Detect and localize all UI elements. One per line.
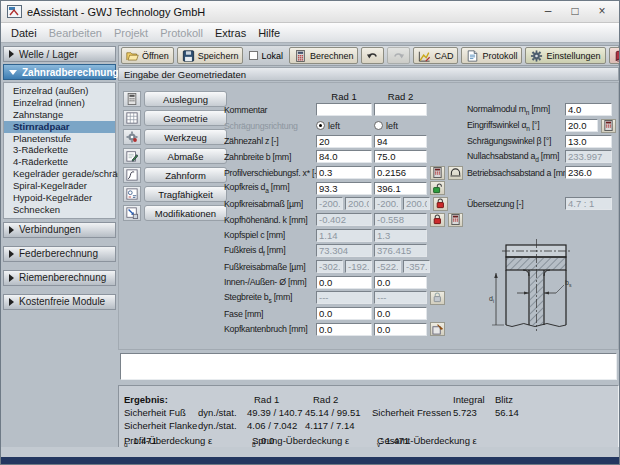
menu-extras[interactable]: Extras — [209, 25, 252, 41]
sidebar-item-schnecken[interactable]: Schnecken — [4, 204, 115, 216]
sidebar-item-list: Einzelrad (außen) Einzelrad (innen) Zahn… — [3, 82, 116, 219]
auslegung-calculator-icon[interactable] — [123, 91, 141, 107]
pair-data-form: Normalmodul mn [mm] Eingriffswinkel αn [… — [467, 91, 619, 212]
chevron-right-icon — [9, 50, 14, 58]
sidebar-item-hypoid-kegelraeder[interactable]: Hypoid-Kegelräder — [4, 192, 115, 204]
profile-contact-ratio: Profil-Überdeckung εα: 1.471 — [124, 435, 128, 448]
kopfkreis-rad1-input[interactable] — [316, 182, 372, 195]
kopfkantenbruch-rad1-input[interactable] — [316, 323, 372, 336]
sidebar-item-3-raederkette[interactable]: 3-Räderkette — [4, 144, 115, 156]
menu-bar: Datei Bearbeiten Projekt Protokoll Extra… — [1, 23, 619, 43]
sidebar-group-federberechnung[interactable]: Federberechnung — [3, 246, 116, 262]
zaehnezahl-rad2-input[interactable] — [374, 135, 427, 148]
lock-red-icon-button[interactable] — [433, 197, 448, 211]
results-col-rad2: Rad 2 — [313, 394, 338, 405]
close-button[interactable]: × — [591, 4, 613, 20]
help-button[interactable]: Hilfe — [609, 47, 620, 64]
werkzeug-gear-icon[interactable] — [123, 129, 141, 145]
sidebar-group-welle-lager[interactable]: Welle / Lager — [3, 46, 116, 62]
betriebsachsabstand-input[interactable] — [565, 166, 612, 179]
modifikationen-button[interactable]: Modifikationen — [144, 205, 227, 221]
fusskreisabmass-rad1-lower-input — [316, 260, 343, 273]
auslegung-button[interactable]: Auslegung — [144, 91, 227, 107]
tragfaehigkeit-button[interactable]: Tragfähigkeit — [144, 186, 227, 202]
rad2-direction-radio[interactable]: left — [374, 121, 427, 131]
maximize-button[interactable]: □ — [564, 4, 586, 20]
geometry-form-panel: Auslegung Geometrie Werkzeug — [118, 82, 619, 350]
calculate-button[interactable]: Berechnen — [289, 47, 359, 64]
kopfhoehenaend-rad1-input — [316, 213, 372, 226]
fase-rad2-input[interactable] — [374, 307, 427, 320]
sidebar-item-kegelraeder[interactable]: Kegelräder gerade/schräg — [4, 168, 115, 180]
abmasse-pencil-icon[interactable] — [123, 148, 141, 164]
fusskreisabmass-rad1-upper-input — [345, 260, 372, 273]
innendurchmesser-rad1-input[interactable] — [316, 276, 372, 289]
profilverschiebung-rad2-input[interactable] — [374, 166, 427, 179]
calculator-icon-button[interactable] — [430, 166, 445, 180]
schraegungswinkel-input[interactable] — [565, 135, 612, 148]
field-label: Fußkreisabmaße [µm] — [224, 262, 316, 272]
chevron-right-icon — [9, 250, 14, 258]
modifikationen-arrow-sheet-icon[interactable] — [123, 205, 141, 221]
fase-rad1-input[interactable] — [316, 307, 372, 320]
tragfaehigkeit-sigma-icon[interactable] — [123, 186, 141, 202]
tooth-profile-icon-button[interactable] — [448, 166, 463, 180]
settings-button[interactable]: Einstellungen — [525, 47, 605, 64]
abmasse-button[interactable]: Abmaße — [144, 148, 227, 164]
sidebar-item-spiral-kegelraeder[interactable]: Spiral-Kegelräder — [4, 180, 115, 192]
sidebar-group-zahnradberechnung[interactable]: Zahnradberechnung — [3, 64, 116, 80]
kopfkantenbruch-rad2-input[interactable] — [374, 323, 427, 336]
sidebar-item-einzelrad-aussen[interactable]: Einzelrad (außen) — [4, 85, 115, 97]
open-icon — [126, 50, 139, 62]
safety-root-rad1-value: 49.39 / 140.7 — [247, 407, 302, 418]
unlock-green-icon-button[interactable] — [430, 181, 445, 195]
open-button[interactable]: Öffnen — [121, 47, 174, 64]
undo-button[interactable] — [361, 47, 384, 64]
gear-cross-section-diagram: di bs — [488, 235, 600, 335]
menu-datei[interactable]: Datei — [5, 25, 43, 41]
safety-root-label: Sicherheit Fuß — [124, 407, 186, 418]
werkzeug-button[interactable]: Werkzeug — [144, 129, 227, 145]
kommentar-rad2-input[interactable] — [374, 103, 427, 116]
rad1-direction-radio[interactable]: left — [316, 121, 372, 131]
lock-gray-icon-button[interactable] — [430, 291, 445, 305]
cad-button[interactable]: CAD — [413, 47, 458, 64]
innendurchmesser-rad2-input[interactable] — [374, 276, 427, 289]
zahnbreite-rad1-input[interactable] — [316, 150, 372, 163]
calculator-icon-button[interactable] — [448, 213, 463, 227]
kommentar-rad1-input[interactable] — [316, 103, 372, 116]
protocol-button[interactable]: Protokoll — [461, 47, 522, 64]
sidebar-item-planetenstufe[interactable]: Planetenstufe — [4, 133, 115, 145]
row-kopfspiel: Kopfspiel c [mm] — [224, 227, 472, 243]
sidebar-item-stirnradpaar[interactable]: Stirnradpaar — [4, 121, 115, 133]
minimize-button[interactable]: – — [537, 4, 559, 20]
menu-hilfe[interactable]: Hilfe — [252, 25, 286, 41]
kopfkreis-rad2-input[interactable] — [374, 182, 427, 195]
eingriffswinkel-input[interactable] — [565, 119, 598, 132]
zahnbreite-rad2-input[interactable] — [374, 150, 427, 163]
chamfer-icon-button[interactable] — [430, 322, 445, 336]
save-button[interactable]: Speichern — [177, 47, 244, 64]
zahnform-curve-icon[interactable] — [123, 167, 141, 183]
sidebar-item-4-raederkette[interactable]: 4-Räderkette — [4, 156, 115, 168]
calculator-icon-button[interactable] — [601, 119, 616, 133]
local-checkbox[interactable]: Lokal — [246, 51, 286, 61]
fusskreisabmass-rad2-lower-input — [374, 260, 401, 273]
zahnform-button[interactable]: Zahnform — [144, 167, 227, 183]
lock-red-icon-button[interactable] — [430, 213, 445, 227]
normalmodul-input[interactable] — [565, 103, 612, 116]
sidebar-item-zahnstange[interactable]: Zahnstange — [4, 109, 115, 121]
geometrie-grid-icon[interactable] — [123, 110, 141, 126]
nullachsabstand-input — [565, 150, 612, 163]
zaehnezahl-rad1-input[interactable] — [316, 135, 372, 148]
sidebar-group-kostenfreie-module[interactable]: Kostenfreie Module — [3, 294, 116, 310]
geometrie-button[interactable]: Geometrie — [144, 110, 227, 126]
sidebar-item-einzelrad-innen[interactable]: Einzelrad (innen) — [4, 97, 115, 109]
sidebar-group-riemenberechnung[interactable]: Riemenberechnung — [3, 270, 116, 286]
rad2-column-header: Rad 2 — [374, 91, 427, 102]
row-nullachsabstand: Nullachsabstand ad [mm] — [467, 149, 619, 165]
sidebar-group-verbindungen[interactable]: Verbindungen — [3, 222, 116, 238]
profilverschiebung-rad1-input[interactable] — [316, 166, 372, 179]
redo-icon — [392, 50, 405, 62]
svg-text:di: di — [489, 295, 494, 304]
